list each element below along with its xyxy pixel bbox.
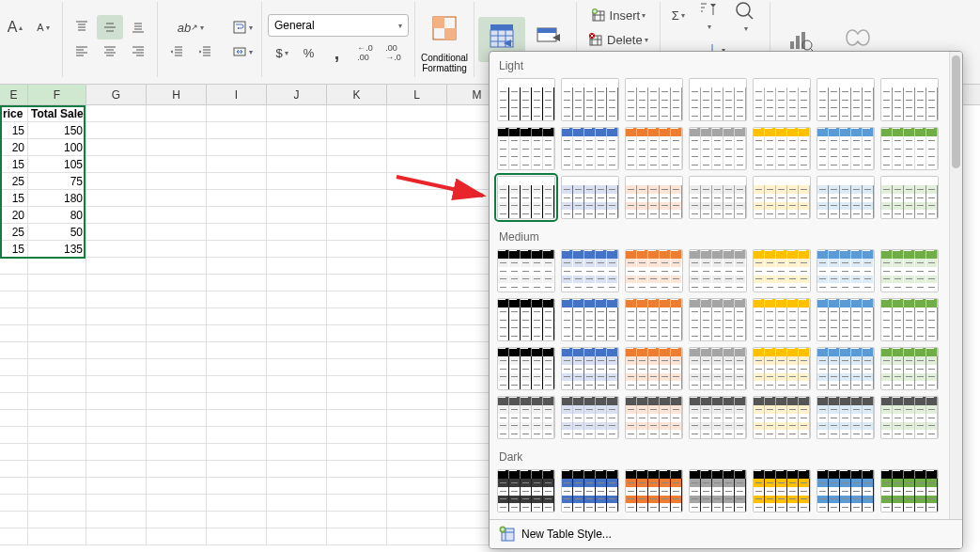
cell[interactable] [327, 139, 387, 156]
cell[interactable] [0, 410, 28, 427]
table-style-option[interactable] [880, 249, 939, 292]
autosum-button[interactable]: Σ▾ [666, 3, 691, 27]
cell[interactable] [86, 190, 147, 207]
cell[interactable] [0, 292, 28, 308]
table-style-option[interactable] [561, 396, 619, 439]
cell[interactable]: 180 [28, 190, 86, 207]
cell[interactable] [147, 359, 207, 376]
cell[interactable] [327, 122, 387, 139]
column-header-G[interactable]: G [86, 85, 147, 104]
cell[interactable] [327, 393, 387, 410]
cell[interactable] [86, 258, 147, 275]
cell[interactable] [0, 342, 28, 359]
table-style-option[interactable] [880, 347, 939, 390]
find-select-button[interactable]: ▾ [726, 0, 764, 38]
cell[interactable] [327, 478, 387, 495]
cell[interactable] [387, 258, 447, 275]
cell[interactable] [387, 173, 447, 190]
cell[interactable] [86, 139, 147, 156]
cell[interactable] [147, 173, 207, 190]
cell[interactable] [267, 292, 327, 308]
cell[interactable] [267, 410, 327, 427]
table-style-option[interactable] [561, 176, 619, 219]
cell[interactable] [147, 461, 207, 478]
cell[interactable] [327, 292, 387, 308]
cell[interactable] [267, 156, 327, 173]
cell[interactable] [0, 393, 28, 410]
cell[interactable] [147, 444, 207, 461]
cell[interactable] [147, 292, 207, 308]
align-middle-button[interactable] [97, 15, 123, 39]
cell[interactable] [207, 139, 267, 156]
cell[interactable] [207, 122, 267, 139]
number-format-dropdown[interactable]: General ▾ [268, 14, 409, 37]
cell[interactable] [327, 359, 387, 376]
table-style-option[interactable] [753, 127, 811, 170]
cell[interactable] [86, 444, 147, 461]
cell[interactable] [147, 122, 207, 139]
cell[interactable] [267, 308, 327, 325]
cell[interactable] [207, 393, 267, 410]
table-style-option[interactable] [817, 298, 875, 341]
cell[interactable] [147, 512, 207, 528]
cell[interactable] [387, 393, 447, 410]
cell[interactable] [327, 105, 387, 122]
table-style-option[interactable] [817, 127, 875, 170]
align-left-button[interactable] [69, 39, 95, 64]
cell[interactable] [207, 427, 267, 444]
cell[interactable] [267, 427, 327, 444]
table-style-option[interactable] [880, 298, 939, 341]
column-header-K[interactable]: K [327, 85, 387, 104]
cell[interactable] [147, 241, 207, 258]
conditional-formatting-button[interactable] [421, 6, 468, 51]
cell[interactable] [267, 512, 327, 528]
cell[interactable] [387, 512, 447, 528]
cell[interactable]: 20 [0, 139, 28, 156]
cell[interactable] [0, 461, 28, 478]
cell[interactable] [86, 410, 147, 427]
cell[interactable] [327, 190, 387, 207]
cell[interactable] [387, 241, 447, 258]
cell[interactable] [86, 512, 147, 528]
cell[interactable] [147, 258, 207, 275]
cell[interactable] [147, 156, 207, 173]
cell[interactable]: 15 [0, 241, 28, 258]
table-style-option[interactable] [497, 176, 555, 219]
table-style-option[interactable] [689, 78, 747, 121]
cell[interactable] [327, 207, 387, 224]
column-header-J[interactable]: J [267, 85, 327, 104]
table-style-option[interactable] [497, 298, 555, 341]
cell[interactable] [147, 224, 207, 241]
table-style-option[interactable] [625, 127, 683, 170]
cell[interactable] [86, 122, 147, 139]
cell[interactable] [387, 292, 447, 308]
cell[interactable]: 25 [0, 173, 28, 190]
cell[interactable] [327, 156, 387, 173]
table-style-option[interactable] [561, 347, 619, 390]
table-style-option[interactable] [689, 127, 747, 170]
table-style-option[interactable] [689, 396, 747, 439]
cell[interactable] [0, 427, 28, 444]
table-style-option[interactable] [817, 396, 875, 439]
table-style-option[interactable] [497, 127, 555, 170]
table-style-option[interactable] [497, 347, 555, 390]
table-style-option[interactable] [625, 78, 683, 121]
cell[interactable] [147, 376, 207, 393]
table-style-option[interactable] [753, 396, 811, 439]
cell[interactable] [387, 461, 447, 478]
table-style-option[interactable] [689, 298, 747, 341]
column-header-H[interactable]: H [147, 85, 207, 104]
table-style-option[interactable] [561, 298, 619, 341]
cell[interactable] [28, 461, 86, 478]
cell[interactable] [86, 359, 147, 376]
cell[interactable] [86, 325, 147, 342]
table-style-option[interactable] [817, 249, 875, 292]
cell[interactable] [147, 393, 207, 410]
table-style-option[interactable] [689, 249, 747, 292]
cell[interactable] [207, 275, 267, 292]
table-style-option[interactable] [497, 78, 555, 121]
cell[interactable] [267, 275, 327, 292]
cell[interactable]: 100 [28, 139, 86, 156]
cell[interactable] [207, 410, 267, 427]
decrease-indent-button[interactable] [163, 39, 190, 64]
